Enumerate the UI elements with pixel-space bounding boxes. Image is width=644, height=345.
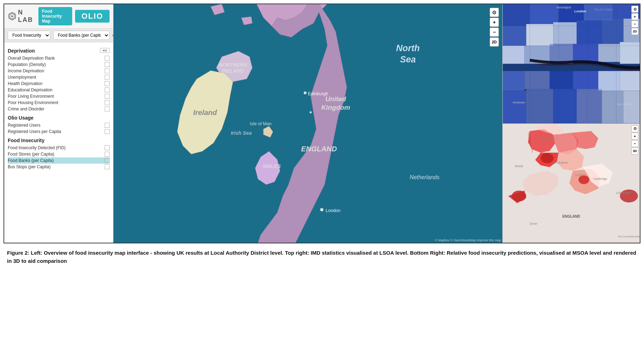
food-stores-checkbox[interactable] [105,152,110,157]
bottom-thumbnail-controls: ⊙ + − 3D [631,125,638,155]
svg-rect-25 [550,71,573,89]
svg-rect-28 [620,71,640,91]
bottom-zoom-out-btn[interactable]: − [631,140,638,147]
uk-map-svg: SCOTLAND NORTHERN IRELAND Ireland WALES … [113,4,502,243]
unemployment-checkbox[interactable] [105,75,110,80]
svg-text:Bristol: Bristol [515,164,523,168]
registered-users-checkbox[interactable] [105,123,110,128]
sidebar-item[interactable]: Educational Deprivation [8,87,110,93]
health-deprivation-checkbox[interactable] [105,81,110,86]
svg-text:Manchester: Manchester [540,138,556,141]
sidebar-item[interactable]: Food Stores (per Capita) [8,151,110,157]
nlab-hexagon-icon [8,11,17,22]
top-thumbnail-controls: ⊙ + − 2D [631,6,638,35]
svg-rect-6 [503,4,530,26]
uk-label: United [325,95,346,103]
main-map-container[interactable]: SCOTLAND NORTHERN IRELAND Ireland WALES … [113,4,502,243]
sidebar-item[interactable]: Food Banks (per Capita) [8,157,110,164]
svg-rect-32 [577,89,602,123]
poor-housing-checkbox[interactable] [105,100,110,105]
sidebar-item[interactable]: Registered Users [8,122,110,128]
fid-checkbox[interactable] [105,145,110,150]
map-controls: ⊙ + − 2D [490,8,499,47]
bottom-3d-btn[interactable]: 3D [631,147,638,155]
northern-ireland-label: NORTHERN [219,62,247,68]
sidebar-item[interactable]: Bus Stops (per Capita) [8,164,110,170]
svg-point-49 [541,153,554,163]
north-sea-label2: Sea [400,54,416,64]
nlab-logo: N LAB [8,9,36,24]
bottom-zoom-in-btn[interactable]: + [631,133,638,140]
top-thumbnail-svg: City of London [503,4,640,123]
top-locate-btn[interactable]: ⊙ [631,6,638,13]
top-zoom-out-btn[interactable]: − [631,20,638,28]
food-banks-checkbox[interactable] [105,158,110,163]
bus-stops-checkbox[interactable] [105,164,110,169]
sidebar-item[interactable]: Registered Users per Capita [8,128,110,135]
sidebar-item[interactable]: Poor Housing Environment [8,99,110,106]
crime-disorder-checkbox[interactable] [105,107,110,111]
svg-rect-31 [553,89,576,123]
bottom-thumbnail-svg: ENGLAND Bristol London Manchester Cambri… [503,124,640,243]
category-dropdown[interactable]: Food Insecurity [8,31,50,40]
2d-btn[interactable]: 2D [490,37,499,47]
irish-sea-label: Irish Sea [231,130,252,136]
svg-text:Dover: Dover [530,222,537,225]
wales-label: WALES [263,163,281,169]
northern-ireland-label2: IRELAND [222,68,244,74]
sidebar-content: << Deprivation Overall Deprivation Rank … [4,42,113,243]
metric-dropdown[interactable]: Food Banks (per Capita) [53,31,110,40]
figure-caption: Figure 2: Left: Overview of food insecur… [4,243,640,268]
sidebar-item[interactable]: Poor Living Environment [8,93,110,99]
deprivation-header: << Deprivation [8,48,110,54]
map-attribution: © Mapbox © OpenStreetMap Improve this ma… [435,238,501,242]
top-zoom-in-btn[interactable]: + [631,13,638,20]
sidebar-item[interactable]: Crime and Disorder [8,106,110,112]
bottom-locate-btn[interactable]: ⊙ [631,125,638,132]
svg-text:London: London [574,10,586,13]
sidebar-item[interactable]: Health Deprivation [8,80,110,87]
sidebar-item[interactable]: Food Insecurity Detected (FID) [8,145,110,151]
food-insecurity-header: Food Insecurity [8,138,110,143]
collapse-deprivation-btn[interactable]: << [100,48,110,53]
deprivation-rank-checkbox[interactable] [105,56,110,61]
svg-rect-30 [526,89,553,123]
svg-rect-20 [573,44,599,62]
svg-rect-12 [526,24,553,46]
england-label: ENGLAND [301,145,337,153]
sidebar-item[interactable]: Overall Deprivation Rank [8,55,110,61]
svg-rect-23 [503,71,525,91]
outer-container: N LAB Food Insecurity Map OLIO Food Inse… [0,0,644,268]
svg-text:BILLINGHAM: BILLINGHAM [618,103,633,106]
svg-rect-33 [602,91,623,123]
svg-rect-21 [598,44,620,62]
svg-rect-17 [503,46,525,64]
registered-users-capita-checkbox[interactable] [105,129,110,134]
caption-text: Figure 2: Left: Overview of food insecur… [7,250,636,264]
svg-point-2 [11,16,13,17]
poor-living-checkbox[interactable] [105,94,110,99]
sidebar-item[interactable]: Income Deprivation [8,68,110,74]
sidebar-item[interactable]: Population (Density) [8,61,110,68]
zoom-in-btn[interactable]: + [490,18,499,27]
svg-rect-26 [573,71,599,89]
svg-text:Cambridge: Cambridge [593,177,607,180]
income-deprivation-checkbox[interactable] [105,68,110,73]
svg-rect-15 [602,19,623,44]
top-2d-btn[interactable]: 2D [631,28,638,35]
sidebar-item[interactable]: Unemployment [8,74,110,80]
filter-bar: Food Insecurity Food Banks (per Capita) … [4,29,113,42]
bottom-thumbnail: ENGLAND Bristol London Manchester Cambri… [503,123,640,243]
newcastle-dot [310,111,312,113]
svg-rect-24 [525,71,550,89]
svg-text:ENGLAND: ENGLAND [562,214,580,218]
olio-logo: OLIO [75,10,110,23]
olio-usage-section: Olio Usage Registered Users Registered U… [8,115,110,135]
zoom-out-btn[interactable]: − [490,28,499,37]
locate-btn[interactable]: ⊙ [490,8,499,17]
educational-deprivation-checkbox[interactable] [105,87,110,92]
population-density-checkbox[interactable] [105,62,110,67]
olio-usage-header: Olio Usage [8,115,110,121]
nlab-text: N LAB [18,9,36,24]
netherlands-label: Netherlands [410,174,440,180]
